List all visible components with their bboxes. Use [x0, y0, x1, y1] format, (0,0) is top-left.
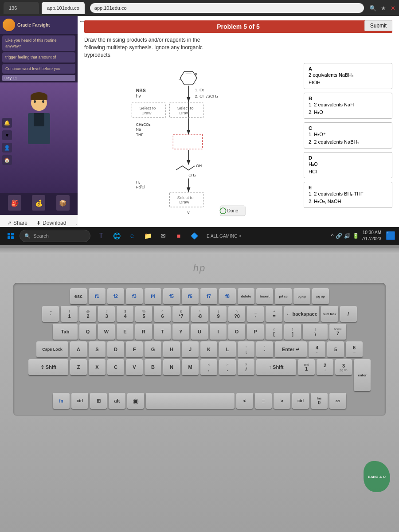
- key-7[interactable]: &*7: [172, 306, 189, 322]
- key-z[interactable]: Z: [70, 359, 87, 375]
- key-s[interactable]: S: [89, 341, 106, 357]
- browser-tab-active[interactable]: app.101edu.co: [42, 2, 85, 14]
- download-button[interactable]: ⬇ Download: [34, 219, 69, 227]
- game-side-icon-4[interactable]: 🏠: [2, 155, 12, 165]
- key-enter[interactable]: Enter ↵: [275, 341, 307, 357]
- all-gaming-label[interactable]: E ALL GAMING >: [207, 234, 241, 239]
- key-quote[interactable]: "': [256, 341, 273, 357]
- more-options-button[interactable]: ...: [72, 218, 78, 228]
- taskbar-icon-teams[interactable]: T: [94, 229, 108, 243]
- key-5[interactable]: %5: [135, 306, 152, 322]
- game-item-1[interactable]: 🎒: [8, 195, 21, 211]
- key-f5[interactable]: f5: [163, 288, 180, 304]
- key-c[interactable]: C: [107, 359, 124, 375]
- key-lwin[interactable]: ⊞: [90, 393, 107, 409]
- key-left[interactable]: <: [236, 393, 253, 409]
- submit-button[interactable]: Submit: [364, 20, 392, 31]
- address-bar[interactable]: app.101edu.co: [90, 3, 364, 13]
- key-rshift[interactable]: ↑ Shift: [256, 359, 296, 375]
- key-o[interactable]: O: [228, 324, 245, 340]
- key-fn[interactable]: fn: [53, 393, 70, 409]
- key-lalt[interactable]: alt: [109, 393, 125, 409]
- key-f7[interactable]: f7: [200, 288, 217, 304]
- key-n[interactable]: N: [163, 359, 180, 375]
- key-p[interactable]: P: [247, 324, 264, 340]
- tray-chevron[interactable]: ^: [331, 233, 334, 239]
- key-f[interactable]: F: [126, 341, 143, 357]
- key-0[interactable]: )?0: [228, 306, 245, 322]
- key-lctrl[interactable]: ctrl: [71, 393, 88, 409]
- key-num5[interactable]: 5: [327, 341, 344, 357]
- taskbar-icon-edge[interactable]: e: [125, 229, 139, 243]
- key-rctrl[interactable]: ctrl: [292, 393, 309, 409]
- key-2[interactable]: @2: [79, 306, 96, 322]
- taskbar-icon-chrome[interactable]: 🌐: [110, 229, 124, 243]
- browser-tab-inactive[interactable]: 136: [4, 2, 39, 14]
- option-B[interactable]: B 1. 2 equivalents NaH 2. H₂O: [304, 93, 392, 119]
- notification-center-icon[interactable]: 🟦: [386, 231, 395, 241]
- start-button[interactable]: [4, 229, 18, 243]
- key-minus[interactable]: _-: [247, 306, 264, 322]
- key-period[interactable]: >.: [219, 359, 236, 375]
- taskbar-icon-app1[interactable]: ■: [172, 229, 186, 243]
- key-num1[interactable]: end1: [298, 359, 315, 375]
- game-side-icon-2[interactable]: ▼: [2, 130, 12, 140]
- game-item-2[interactable]: 💰: [32, 195, 45, 211]
- key-numdel[interactable]: del: [329, 393, 346, 409]
- key-g[interactable]: G: [145, 341, 161, 357]
- key-j[interactable]: J: [182, 341, 199, 357]
- taskbar-icon-files[interactable]: 📁: [141, 229, 155, 243]
- browser-star-icon[interactable]: ★: [381, 5, 386, 12]
- key-lbracket[interactable]: {[: [266, 324, 282, 340]
- game-side-icon-1[interactable]: 🔔: [2, 118, 12, 128]
- key-backspace[interactable]: ← backspace: [284, 306, 319, 322]
- key-l[interactable]: L: [219, 341, 236, 357]
- key-f1[interactable]: f1: [89, 288, 106, 304]
- key-4[interactable]: $4: [117, 306, 133, 322]
- key-h[interactable]: H: [163, 341, 180, 357]
- key-f2[interactable]: f2: [107, 288, 124, 304]
- game-item-3[interactable]: 📦: [56, 195, 70, 211]
- key-e[interactable]: E: [117, 324, 133, 340]
- key-3[interactable]: #3: [98, 306, 115, 322]
- key-num6[interactable]: 6→: [346, 341, 363, 357]
- key-pg-up-2[interactable]: pg up: [312, 288, 329, 304]
- browser-search-icon[interactable]: 🔍: [369, 5, 376, 12]
- key-m[interactable]: M: [182, 359, 199, 375]
- key-y[interactable]: Y: [172, 324, 189, 340]
- key-f6[interactable]: f6: [182, 288, 199, 304]
- key-backslash[interactable]: |\: [303, 324, 328, 340]
- key-w[interactable]: W: [98, 324, 115, 340]
- key-up-down[interactable]: ≡: [255, 393, 272, 409]
- key-v[interactable]: V: [126, 359, 143, 375]
- key-1[interactable]: !1: [61, 306, 78, 322]
- tray-battery[interactable]: 🔋: [352, 233, 359, 239]
- key-right[interactable]: >: [274, 393, 290, 409]
- key-8[interactable]: *·8: [191, 306, 208, 322]
- key-rbracket[interactable]: }]: [284, 324, 301, 340]
- key-fingerprint[interactable]: ◉: [127, 393, 144, 409]
- nav-back-button[interactable]: ←: [79, 18, 85, 25]
- key-d[interactable]: D: [107, 341, 124, 357]
- key-insert[interactable]: insert: [256, 288, 273, 304]
- key-space[interactable]: [146, 393, 235, 409]
- taskbar-search[interactable]: 🔍 Search: [20, 230, 90, 242]
- share-button[interactable]: ↗ Share: [4, 219, 30, 227]
- key-f3[interactable]: f3: [126, 288, 143, 304]
- key-capslock[interactable]: Caps Lock: [36, 341, 68, 357]
- browser-close-icon[interactable]: ✕: [391, 5, 395, 12]
- key-num0[interactable]: ins0: [311, 393, 328, 409]
- key-r[interactable]: R: [135, 324, 152, 340]
- key-f8[interactable]: f8: [219, 288, 236, 304]
- option-A[interactable]: A 2 equivalents NaBH₄ EtOH: [304, 63, 392, 89]
- key-esc[interactable]: esc: [70, 288, 87, 304]
- option-C[interactable]: C 1. H₃O⁺ 2. 2 equivalents NaBH₄: [304, 122, 392, 149]
- key-slash[interactable]: ?/: [238, 359, 254, 375]
- key-tab[interactable]: Tab: [53, 324, 78, 340]
- key-f4[interactable]: f4: [145, 288, 161, 304]
- key-num3[interactable]: 3pg dn: [335, 359, 352, 375]
- tray-volume[interactable]: 🔊: [344, 233, 351, 239]
- key-num4[interactable]: 4←: [309, 341, 325, 357]
- taskbar-icon-app2[interactable]: 🔷: [187, 229, 201, 243]
- key-9[interactable]: (9: [210, 306, 227, 322]
